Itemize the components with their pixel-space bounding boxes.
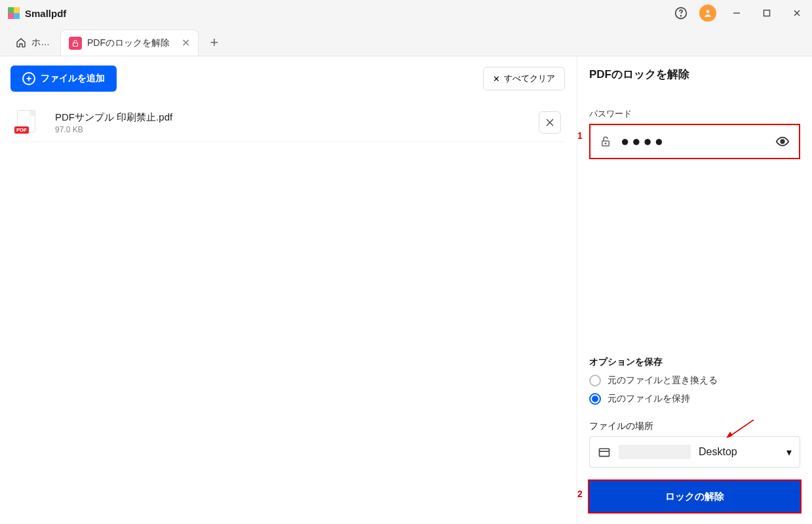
location-selector[interactable]: Desktop ▾ xyxy=(589,436,800,468)
password-label: パスワード xyxy=(589,108,800,120)
svg-point-12 xyxy=(781,140,784,143)
home-icon xyxy=(16,37,26,48)
file-name: PDFサンプル 印刷禁止.pdf xyxy=(55,111,172,124)
clear-all-label: すべてクリア xyxy=(504,73,555,84)
tab-unlock-pdf[interactable]: PDFのロックを解除 ✕ xyxy=(60,29,199,56)
new-tab-button[interactable]: + xyxy=(201,29,227,56)
app-logo xyxy=(8,7,20,19)
window-minimize-icon[interactable] xyxy=(722,0,752,26)
chevron-down-icon: ▾ xyxy=(786,446,792,458)
file-size: 97.0 KB xyxy=(55,125,172,134)
add-file-button[interactable]: + ファイルを追加 xyxy=(10,66,117,92)
location-path-redacted xyxy=(619,445,691,459)
svg-marker-16 xyxy=(726,432,733,438)
add-file-label: ファイルを追加 xyxy=(41,73,105,84)
radio-label: 元のファイルと置き換える xyxy=(608,375,718,386)
svg-line-15 xyxy=(729,420,754,437)
plus-circle-icon: + xyxy=(22,72,35,85)
avatar[interactable] xyxy=(699,5,716,22)
unlock-icon xyxy=(69,37,82,50)
radio-replace-original[interactable]: 元のファイルと置き換える xyxy=(589,375,800,386)
password-input[interactable]: ●●●● xyxy=(589,124,800,159)
svg-point-11 xyxy=(605,143,606,144)
window-maximize-icon[interactable] xyxy=(752,0,782,26)
pdf-file-icon: PDF xyxy=(14,110,39,135)
toggle-visibility-icon[interactable] xyxy=(775,134,790,149)
svg-point-2 xyxy=(706,10,710,13)
tab-home[interactable]: ホ… xyxy=(8,29,58,56)
app-brand: Smallpdf xyxy=(25,8,66,19)
titlebar: Smallpdf xyxy=(0,0,812,26)
remove-file-button[interactable] xyxy=(539,111,561,134)
radio-icon xyxy=(589,393,601,405)
svg-rect-4 xyxy=(764,10,770,16)
tab-bar: ホ… PDFのロックを解除 ✕ + xyxy=(0,26,812,56)
left-pane: + ファイルを追加 ✕ すべてクリア PDF PDFサンプル 印刷禁止.pdf … xyxy=(0,56,577,524)
file-list: PDF PDFサンプル 印刷禁止.pdf 97.0 KB xyxy=(0,101,577,142)
close-icon: ✕ xyxy=(493,74,500,84)
annotation-arrow xyxy=(725,419,755,440)
panel-title: PDFのロックを解除 xyxy=(589,67,800,82)
file-row[interactable]: PDF PDFサンプル 印刷禁止.pdf 97.0 KB xyxy=(10,103,565,142)
location-label: ファイルの場所 xyxy=(589,421,800,432)
location-value: Desktop xyxy=(699,446,737,458)
toolbar: + ファイルを追加 ✕ すべてクリア xyxy=(0,56,577,101)
tab-home-label: ホ… xyxy=(31,37,50,48)
right-panel: PDFのロックを解除 パスワード 1 ●●●● オプションを保存 元のファイルと… xyxy=(577,56,812,524)
svg-rect-7 xyxy=(73,43,78,46)
radio-icon xyxy=(589,375,601,386)
save-options-heading: オプションを保存 xyxy=(589,356,800,368)
radio-keep-original[interactable]: 元のファイルを保持 xyxy=(589,393,800,405)
folder-icon xyxy=(598,445,611,458)
annotation-2: 2 xyxy=(577,489,583,499)
annotation-1: 1 xyxy=(577,130,583,141)
password-value: ●●●● xyxy=(621,133,666,150)
window-close-icon[interactable] xyxy=(782,0,812,26)
unlock-button-label: ロックの解除 xyxy=(665,491,724,502)
lock-icon xyxy=(600,136,611,147)
tab-label: PDFのロックを解除 xyxy=(87,37,170,49)
svg-rect-13 xyxy=(600,449,609,457)
clear-all-button[interactable]: ✕ すべてクリア xyxy=(483,67,565,90)
unlock-button[interactable]: ロックの解除 xyxy=(589,481,800,512)
svg-point-1 xyxy=(681,16,682,16)
radio-label: 元のファイルを保持 xyxy=(608,393,690,405)
main: + ファイルを追加 ✕ すべてクリア PDF PDFサンプル 印刷禁止.pdf … xyxy=(0,56,812,524)
tab-close-icon[interactable]: ✕ xyxy=(175,37,190,49)
help-icon[interactable] xyxy=(668,0,694,26)
